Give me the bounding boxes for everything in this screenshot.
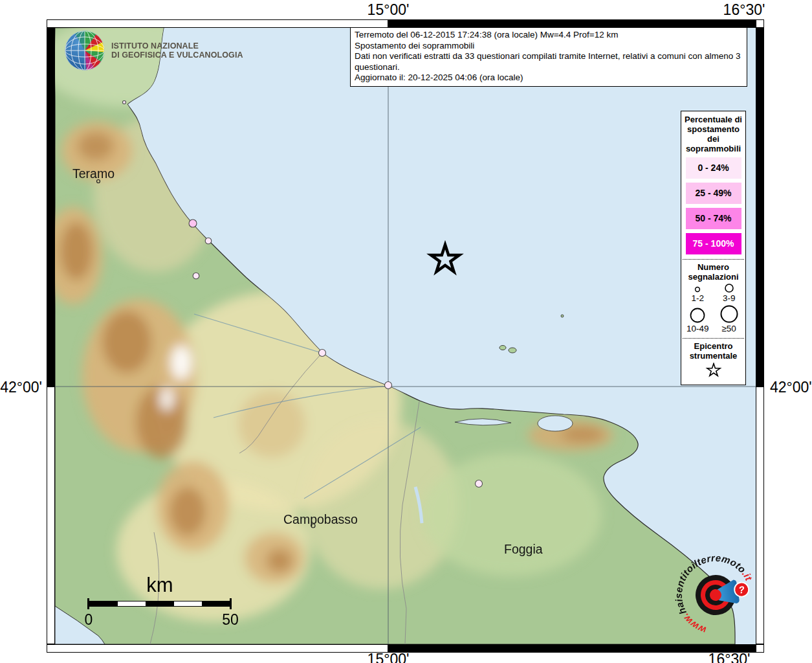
signal-size-item: ≥50 [714,304,744,333]
lon-label-top-left: 15°00' [368,1,410,19]
signal-size-label: 10-49 [686,324,709,333]
scalebar-tick [230,598,232,609]
signal-size-item: 1-2 [683,286,712,303]
observation-marker [189,219,197,227]
map-label-teramo: Teramo [72,166,115,181]
observation-marker [193,273,199,279]
watermark-logo: www.haisentitoilterremoto.it ? [664,543,767,647]
legend-title: Percentuale di spostamento dei soprammob… [681,115,745,153]
scalebar [89,601,231,607]
signals-title: Numero segnalazioni [681,262,745,282]
lon-label-bottom-right: 16°30' [708,651,751,663]
observation-marker [319,350,326,357]
event-info-line: Aggiornato il: 20-12-2025 04:06 (ora loc… [355,73,743,84]
map-frame-left [47,28,55,644]
signal-circle-icon [719,304,739,324]
signal-circle-icon [694,286,701,293]
intensity-swatch: 50 - 74% [686,208,741,229]
ingv-name-line2: DI GEOFISICA E VULCANOLOGIA [111,51,243,60]
legend-separator [683,338,744,339]
event-info-box: Terremoto del 06-12-2015 17:24:38 (ora l… [350,27,747,87]
legend-panel: Percentuale di spostamento dei soprammob… [681,111,746,385]
lat-label-right: 42°00' [770,379,812,396]
ingv-name-line1: ISTITUTO NAZIONALE [111,41,243,51]
scalebar-end: 50 [211,611,250,629]
ingv-globe-icon [63,29,107,72]
signal-size-item: 3-9 [714,283,744,303]
observation-marker [123,101,126,104]
signal-circle-icon [724,283,734,293]
signal-circle-icon [689,307,706,324]
legend-separator [683,259,744,260]
signal-size-label: 3-9 [723,293,736,303]
intensity-swatch: 25 - 49% [686,183,741,204]
intensity-swatch: 75 - 100% [686,233,741,254]
intensity-swatch: 0 - 24% [686,157,741,179]
lon-label-top-right: 16°30' [723,1,765,19]
scalebar-tick [87,598,89,609]
scalebar-start: 0 [69,611,108,629]
watermark-www: www. [679,611,708,636]
observation-marker [385,382,392,389]
epicenter-legend-title: Epicentro strumentale [681,341,745,361]
earthquake-intensity-map-page: 15°00' 16°30' 15°00' 16°30' 42°00' 42°00… [0,0,812,663]
event-info-line: Terremoto del 06-12-2015 17:24:38 (ora l… [355,30,743,41]
scalebar-unit: km [89,574,231,597]
map-label-campobasso: Campobasso [283,512,358,527]
lon-label-bottom-left: 15°00' [368,651,410,663]
ingv-logo-text: ISTITUTO NAZIONALE DI GEOFISICA E VULCAN… [111,41,243,60]
event-info-line: Spostamento dei soprammobili [355,41,743,52]
lat-label-left: 42°00' [0,379,42,396]
signal-size-label: ≥50 [721,324,736,333]
observation-marker [205,238,212,244]
star-icon [705,363,722,378]
signal-size-label: 1-2 [692,293,705,303]
map-label-foggia: Foggia [504,542,543,557]
event-info-line: Dati non verificati estratti da 33 quest… [355,51,743,73]
signal-size-item: 10-49 [683,307,712,333]
map-canvas [55,28,756,644]
observation-marker [476,480,483,488]
